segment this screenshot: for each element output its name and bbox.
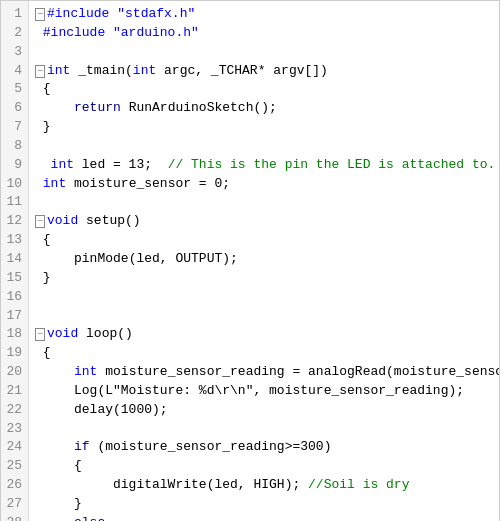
line-number: 8 bbox=[5, 137, 22, 156]
token: Log(L"Moisture: %d\r\n", moisture_sensor… bbox=[35, 383, 464, 398]
token: int bbox=[74, 364, 97, 379]
code-line: ​ bbox=[35, 137, 495, 156]
token: int bbox=[133, 63, 156, 78]
token: pinMode bbox=[74, 251, 129, 266]
token bbox=[35, 251, 74, 266]
code-line: −void loop() bbox=[35, 325, 495, 344]
token: setup() bbox=[78, 213, 140, 228]
code-line: ​ bbox=[35, 43, 495, 62]
code-line: −#include "stdafx.h" bbox=[35, 5, 495, 24]
token: OUTPUT bbox=[175, 251, 222, 266]
code-line: else bbox=[35, 514, 495, 521]
token bbox=[35, 515, 74, 521]
code-line: −void setup() bbox=[35, 212, 495, 231]
line-number: 9 bbox=[5, 156, 22, 175]
code-line: if (moisture_sensor_reading>=300) bbox=[35, 438, 495, 457]
code-line: pinMode(led, OUTPUT); bbox=[35, 250, 495, 269]
line-number: 28 bbox=[5, 514, 22, 521]
line-number: 26 bbox=[5, 476, 22, 495]
line-number: 15 bbox=[5, 269, 22, 288]
collapse-icon[interactable]: − bbox=[35, 8, 45, 21]
line-number: 11 bbox=[5, 193, 22, 212]
collapse-icon[interactable]: − bbox=[35, 65, 45, 78]
token: return bbox=[74, 100, 121, 115]
token: digitalWrite(led, HIGH); bbox=[35, 477, 308, 492]
line-number: 18 bbox=[5, 325, 22, 344]
collapse-icon[interactable]: − bbox=[35, 328, 45, 341]
code-line: int led = 13; // This is the pin the LED… bbox=[35, 156, 495, 175]
token: int bbox=[51, 157, 74, 172]
line-number: 16 bbox=[5, 288, 22, 307]
line-number: 22 bbox=[5, 401, 22, 420]
token: moisture_sensor_reading = analogRead(moi… bbox=[97, 364, 499, 379]
line-number: 25 bbox=[5, 457, 22, 476]
token bbox=[35, 439, 74, 454]
code-line: ​ bbox=[35, 307, 495, 326]
code-line: ​ bbox=[35, 193, 495, 212]
token: moisture_sensor = 0; bbox=[66, 176, 230, 191]
token: loop() bbox=[78, 326, 133, 341]
token: #include "stdafx.h" bbox=[47, 6, 195, 21]
line-number: 23 bbox=[5, 420, 22, 439]
token: { bbox=[35, 232, 51, 247]
code-line: ​ bbox=[35, 288, 495, 307]
token: void bbox=[47, 326, 78, 341]
line-number: 3 bbox=[5, 43, 22, 62]
token bbox=[35, 157, 51, 172]
token: if bbox=[74, 439, 90, 454]
token: led = 13; bbox=[74, 157, 168, 172]
code-line: int moisture_sensor = 0; bbox=[35, 175, 495, 194]
line-number: 13 bbox=[5, 231, 22, 250]
code-line: { bbox=[35, 80, 495, 99]
line-number: 17 bbox=[5, 307, 22, 326]
code-line: { bbox=[35, 231, 495, 250]
collapse-icon[interactable]: − bbox=[35, 215, 45, 228]
token: (led, bbox=[129, 251, 176, 266]
token: } bbox=[35, 496, 82, 511]
line-number: 24 bbox=[5, 438, 22, 457]
token: (moisture_sensor_reading>=300) bbox=[90, 439, 332, 454]
line-number: 7 bbox=[5, 118, 22, 137]
token: } bbox=[35, 119, 51, 134]
line-number: 20 bbox=[5, 363, 22, 382]
token: else bbox=[74, 515, 105, 521]
token: argc, bbox=[156, 63, 211, 78]
token: _tmain( bbox=[70, 63, 132, 78]
code-line: ​ bbox=[35, 420, 495, 439]
line-number: 10 bbox=[5, 175, 22, 194]
token bbox=[35, 100, 74, 115]
code-editor: 1234567891011121314151617181920212223242… bbox=[0, 0, 500, 521]
token: { bbox=[35, 345, 51, 360]
code-line: delay(1000); bbox=[35, 401, 495, 420]
line-number: 6 bbox=[5, 99, 22, 118]
line-number: 4 bbox=[5, 62, 22, 81]
token: //Soil is dry bbox=[308, 477, 409, 492]
token: ); bbox=[222, 251, 238, 266]
token: { bbox=[35, 458, 82, 473]
code-line: #include "arduino.h" bbox=[35, 24, 495, 43]
code-line: Log(L"Moisture: %d\r\n", moisture_sensor… bbox=[35, 382, 495, 401]
line-number: 21 bbox=[5, 382, 22, 401]
line-number: 2 bbox=[5, 24, 22, 43]
code-line: } bbox=[35, 495, 495, 514]
token: #include "arduino.h" bbox=[35, 25, 199, 40]
line-number: 27 bbox=[5, 495, 22, 514]
code-line: } bbox=[35, 269, 495, 288]
code-line: return RunArduinoSketch(); bbox=[35, 99, 495, 118]
token: RunArduinoSketch(); bbox=[121, 100, 277, 115]
code-line: { bbox=[35, 344, 495, 363]
token bbox=[35, 364, 74, 379]
line-number: 12 bbox=[5, 212, 22, 231]
code-line: } bbox=[35, 118, 495, 137]
line-number: 19 bbox=[5, 344, 22, 363]
token: // This is the pin the LED is attached t… bbox=[168, 157, 496, 172]
code-line: int moisture_sensor_reading = analogRead… bbox=[35, 363, 495, 382]
code-content[interactable]: −#include "stdafx.h" #include "arduino.h… bbox=[29, 1, 499, 521]
token: delay(1000); bbox=[35, 402, 168, 417]
line-numbers: 1234567891011121314151617181920212223242… bbox=[1, 1, 29, 521]
code-line: { bbox=[35, 457, 495, 476]
code-line: −int _tmain(int argc, _TCHAR* argv[]) bbox=[35, 62, 495, 81]
token bbox=[35, 176, 43, 191]
token: int bbox=[47, 63, 70, 78]
line-number: 5 bbox=[5, 80, 22, 99]
